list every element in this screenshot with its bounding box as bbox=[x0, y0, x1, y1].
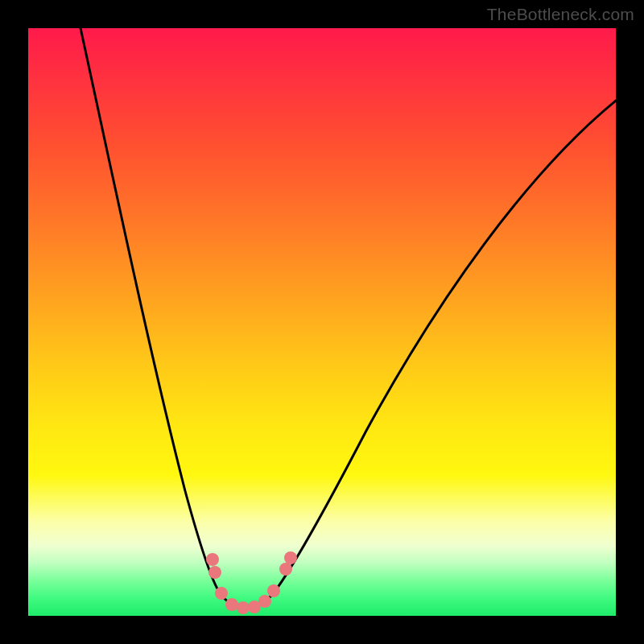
marker-group bbox=[206, 551, 297, 614]
marker-right-upper bbox=[284, 551, 297, 564]
marker-bottom-4 bbox=[258, 595, 271, 608]
marker-left-lower bbox=[215, 587, 228, 600]
chart-frame: TheBottleneck.com bbox=[0, 0, 644, 644]
marker-left-upper bbox=[206, 553, 219, 566]
marker-right-upper2 bbox=[279, 563, 292, 576]
marker-left-upper2 bbox=[208, 566, 221, 579]
bottleneck-curve bbox=[80, 28, 616, 608]
marker-bottom-1 bbox=[225, 598, 238, 611]
marker-right-lower bbox=[267, 584, 280, 597]
watermark-text: TheBottleneck.com bbox=[487, 5, 634, 24]
chart-plot bbox=[28, 28, 616, 616]
marker-bottom-2 bbox=[237, 601, 250, 614]
